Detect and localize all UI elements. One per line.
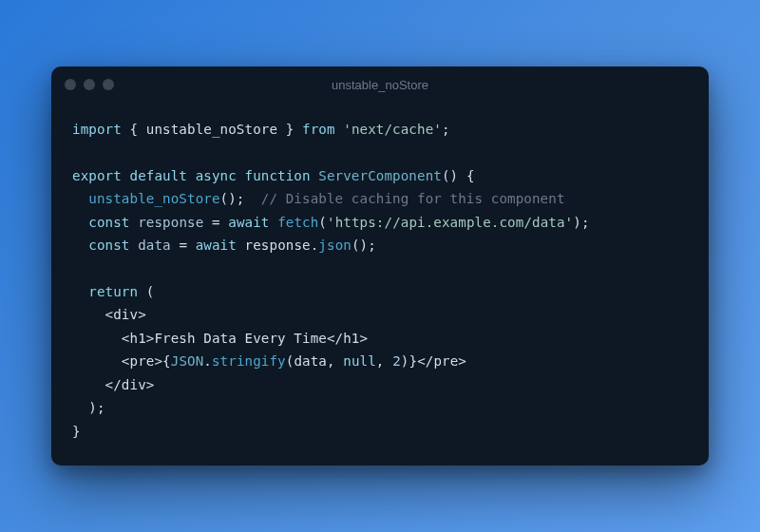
traffic-lights — [65, 79, 114, 90]
comment: // Disable caching for this component — [261, 191, 565, 206]
minimize-icon[interactable] — [84, 79, 95, 90]
close-icon[interactable] — [65, 79, 76, 90]
maximize-icon[interactable] — [103, 79, 114, 90]
editor-window: unstable_noStore import { unstable_noSto… — [51, 66, 709, 466]
window-titlebar: unstable_noStore — [51, 66, 709, 103]
window-title: unstable_noStore — [332, 78, 428, 92]
code-editor[interactable]: import { unstable_noStore } from 'next/c… — [51, 103, 709, 466]
function-name: ServerComponent — [318, 168, 442, 183]
keyword-export: export — [72, 168, 122, 183]
keyword-import: import — [72, 122, 122, 137]
